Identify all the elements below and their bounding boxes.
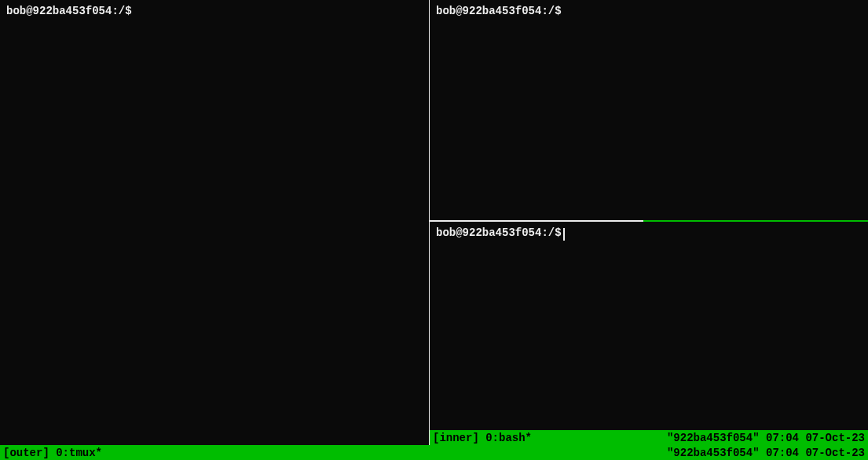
- outer-tmux-status-bar: [outer] 0:tmux* "922ba453f054" 07:04 07-…: [0, 445, 868, 460]
- prompt-text: bob@922ba453f054:/$: [6, 5, 132, 17]
- outer-panes-container: bob@922ba453f054:/$ bob@922ba453f054:/$ …: [0, 0, 868, 445]
- outer-status-right: "922ba453f054" 07:04 07-Oct-23: [667, 447, 865, 459]
- cursor: [563, 228, 565, 241]
- inner-status-right: "922ba453f054" 07:04 07-Oct-23: [667, 432, 865, 444]
- inner-tmux-session: bob@922ba453f054:/$ [inner] 0:bash* "922…: [430, 222, 868, 445]
- inner-tmux-status-bar: [inner] 0:bash* "922ba453f054" 07:04 07-…: [430, 430, 868, 445]
- right-bottom-pane[interactable]: bob@922ba453f054:/$: [430, 222, 868, 430]
- outer-status-left: [outer] 0:tmux*: [3, 447, 102, 459]
- inner-status-left: [inner] 0:bash*: [433, 432, 532, 444]
- prompt-text: bob@922ba453f054:/$: [436, 226, 562, 239]
- left-pane[interactable]: bob@922ba453f054:/$: [0, 0, 429, 445]
- prompt-text: bob@922ba453f054:/$: [436, 5, 562, 17]
- tmux-outer-session: bob@922ba453f054:/$ bob@922ba453f054:/$ …: [0, 0, 868, 460]
- right-side-container: bob@922ba453f054:/$ bob@922ba453f054:/$ …: [430, 0, 868, 445]
- right-top-pane[interactable]: bob@922ba453f054:/$: [430, 0, 868, 220]
